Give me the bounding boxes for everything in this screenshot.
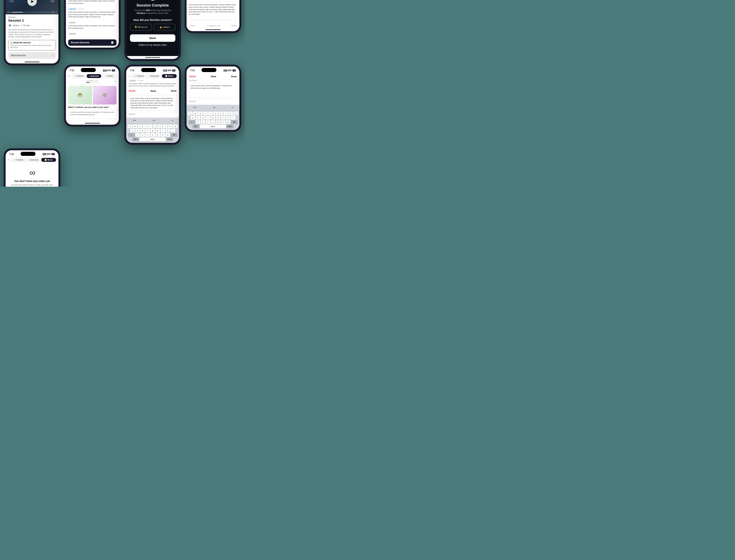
key-p6-f[interactable]: f — [206, 116, 210, 120]
resume-exercise-button-p3[interactable]: Resume Exercise 📝 — [68, 39, 116, 46]
tab-notes-p2[interactable]: 📝 Notes — [102, 74, 116, 78]
back-question[interactable]: ‹ — [69, 80, 69, 83]
note-text-p6[interactable]: Lorem ipsum dolor sit amet consectetur. … — [189, 83, 237, 98]
key-v[interactable]: v — [150, 133, 155, 137]
not-for-me-button[interactable]: 👎 Not for me — [130, 24, 152, 31]
key-a[interactable]: a — [130, 129, 135, 133]
key-q[interactable]: q — [128, 125, 132, 128]
key-f[interactable]: f — [145, 129, 150, 133]
key-u[interactable]: u — [158, 125, 162, 128]
liked-it-button[interactable]: 👍 Liked it — [154, 24, 175, 31]
key-c[interactable]: c — [145, 133, 150, 137]
key-p6-n[interactable]: n — [221, 120, 225, 124]
key-space[interactable]: space — [139, 137, 166, 141]
done-button[interactable]: Done — [130, 34, 175, 42]
footer-play-button[interactable]: ▶ Play — [232, 25, 237, 27]
suggestion-1[interactable]: "The" — [132, 119, 136, 123]
suggestion-p6-1[interactable]: "The" — [193, 107, 197, 110]
key-d[interactable]: d — [140, 129, 145, 133]
fullscreen-icon[interactable]: ⤢ — [55, 11, 57, 13]
note-content-p7[interactable]: Lorem ipsum dolor sit amet consectetur. … — [186, 1, 239, 20]
key-p6-z[interactable]: z — [196, 120, 200, 124]
suggestion-p6-2[interactable]: the — [213, 107, 215, 110]
key-p6-p[interactable]: p — [233, 112, 238, 115]
key-backspace[interactable]: ⌫ — [171, 133, 177, 137]
key-p6-shift[interactable]: ⇧ — [188, 120, 195, 124]
key-p6-backspace[interactable]: ⌫ — [231, 120, 238, 124]
key-p6-i[interactable]: i — [223, 112, 228, 115]
key-h[interactable]: h — [155, 129, 160, 133]
key-p6-t[interactable]: t — [208, 112, 213, 115]
key-p6-o[interactable]: o — [228, 112, 233, 115]
key-r[interactable]: r — [143, 125, 147, 128]
rewind-icon[interactable]: ⟳15 — [9, 0, 14, 3]
key-p6-q[interactable]: q — [188, 112, 192, 115]
key-t[interactable]: t — [148, 125, 152, 128]
note-done-p6[interactable]: Done — [231, 75, 237, 78]
key-p6-v[interactable]: v — [211, 120, 215, 124]
note-text-p5[interactable]: Lorem ipsum dolor sit amet consectetur. … — [128, 96, 177, 111]
key-p6-s[interactable]: s — [196, 116, 200, 120]
key-p6-abc[interactable]: ABC — [192, 125, 199, 128]
key-abc[interactable]: ABC — [132, 137, 139, 141]
key-l[interactable]: l — [171, 129, 175, 133]
key-i[interactable]: i — [163, 125, 167, 128]
note-delete-p5[interactable]: Delete — [129, 90, 136, 92]
key-p6-j[interactable]: j — [221, 116, 225, 120]
tab-content-p8[interactable]: ✓ Content — [11, 158, 26, 162]
tab-exercise-p8[interactable]: ● Exercise — [26, 158, 41, 162]
key-o[interactable]: o — [168, 125, 172, 128]
key-p6-b[interactable]: b — [216, 120, 220, 124]
video-progress-bar[interactable] — [12, 12, 50, 13]
key-b[interactable]: b — [155, 133, 160, 137]
tab-content-p2[interactable]: ✓ Content — [71, 74, 86, 78]
start-exercise-button[interactable]: Start Exercise 📝 — [8, 52, 56, 59]
key-p6-x[interactable]: x — [201, 120, 205, 124]
key-p6-space[interactable]: space — [200, 125, 226, 128]
key-w[interactable]: w — [133, 125, 137, 128]
key-p6-m[interactable]: m — [226, 120, 230, 124]
back-arrow-p8[interactable]: ‹ — [7, 157, 10, 162]
key-p6-k[interactable]: k — [226, 116, 230, 120]
key-p6-y[interactable]: y — [213, 112, 218, 115]
suggestion-p6-3[interactable]: to — [232, 107, 233, 110]
key-e[interactable]: e — [138, 125, 142, 128]
tab-notes-p5[interactable]: 📝 Notes — [162, 74, 177, 78]
key-p6-h[interactable]: h — [216, 116, 220, 120]
key-n[interactable]: n — [161, 133, 165, 137]
key-p6-l[interactable]: l — [231, 116, 235, 120]
key-s[interactable]: s — [135, 129, 140, 133]
key-z[interactable]: z — [135, 133, 140, 137]
key-m[interactable]: m — [166, 133, 170, 137]
key-p[interactable]: p — [173, 125, 178, 128]
key-p6-e[interactable]: e — [198, 112, 203, 115]
key-shift[interactable]: ⇧ — [128, 133, 135, 137]
suggestion-2[interactable]: the — [153, 119, 155, 123]
answer-box[interactable]: Lorem ipsum dolor sit amet consectetur. … — [68, 109, 116, 119]
suggestion-3[interactable]: to — [172, 119, 173, 123]
key-x[interactable]: x — [140, 133, 145, 137]
next-question[interactable]: › — [115, 80, 116, 83]
tab-exercise-p5[interactable]: ● Exercise — [147, 74, 162, 78]
note-done-p5[interactable]: Done — [171, 90, 176, 92]
note-delete-p6[interactable]: Delete — [189, 75, 196, 78]
back-arrow-p5[interactable]: ‹ — [128, 74, 130, 79]
key-p6-return[interactable]: return — [226, 125, 234, 128]
key-k[interactable]: k — [166, 129, 170, 133]
forward-icon[interactable]: 15⟳ — [50, 0, 55, 3]
key-g[interactable]: g — [150, 129, 155, 133]
key-p6-r[interactable]: r — [203, 112, 208, 115]
key-j[interactable]: j — [161, 129, 165, 133]
tab-notes-p8[interactable]: 📝 Notes — [41, 158, 56, 162]
key-return[interactable]: return — [166, 137, 173, 141]
back-arrow-p2[interactable]: ‹ — [68, 74, 70, 79]
key-p6-u[interactable]: u — [218, 112, 223, 115]
tab-exercise-p2[interactable]: ● Exercise — [87, 74, 101, 78]
video-play-button[interactable]: ▶ — [27, 0, 37, 6]
key-p6-d[interactable]: d — [201, 116, 205, 120]
key-p6-g[interactable]: g — [211, 116, 215, 120]
key-p6-c[interactable]: c — [206, 120, 210, 124]
tab-content-p5[interactable]: ✓ Content — [132, 74, 147, 78]
reflect-link[interactable]: Reflect on my session notes — [138, 44, 166, 46]
key-p6-w[interactable]: w — [193, 112, 197, 115]
